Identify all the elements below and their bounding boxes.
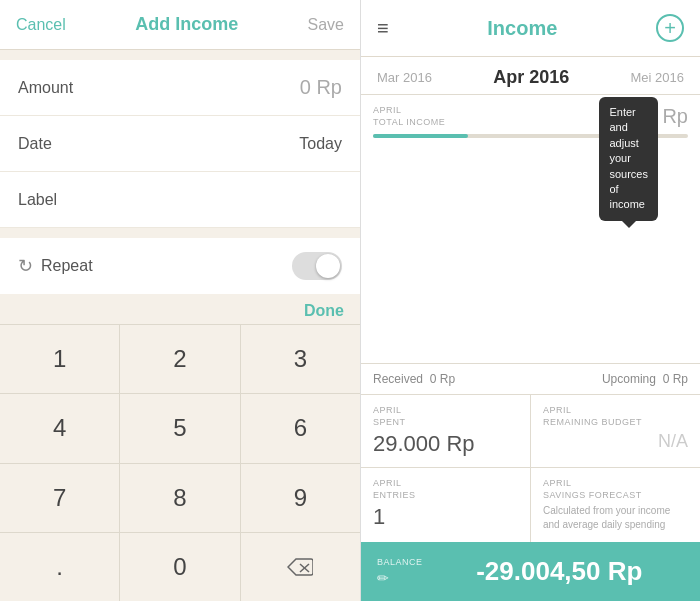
spent-sublabel: Spent bbox=[373, 417, 518, 427]
repeat-toggle[interactable] bbox=[292, 252, 342, 280]
received-value: 0 Rp bbox=[430, 372, 455, 386]
label-label: Label bbox=[18, 191, 57, 209]
save-button[interactable]: Save bbox=[308, 16, 344, 34]
key-7[interactable]: 7 bbox=[0, 464, 119, 532]
entries-sublabel: Entries bbox=[373, 490, 518, 500]
date-row[interactable]: Date Today bbox=[0, 116, 360, 172]
left-header: Cancel Add Income Save bbox=[0, 0, 360, 50]
current-month: Apr 2016 bbox=[493, 67, 569, 88]
received-label: Received 0 Rp bbox=[373, 372, 455, 386]
balance-value: -29.004,50 Rp bbox=[435, 556, 684, 587]
repeat-icon: ↻ bbox=[18, 255, 33, 277]
keyboard-section: Done 1 2 3 4 5 6 7 8 9 . 0 bbox=[0, 294, 360, 601]
key-4[interactable]: 4 bbox=[0, 394, 119, 462]
right-header: ≡ Income + bbox=[361, 0, 700, 57]
key-delete[interactable] bbox=[241, 533, 360, 601]
numpad: 1 2 3 4 5 6 7 8 9 . 0 bbox=[0, 324, 360, 601]
savings-sublabel: Savings Forecast bbox=[543, 490, 688, 500]
key-1[interactable]: 1 bbox=[0, 325, 119, 393]
income-progress-fill bbox=[373, 134, 468, 138]
prev-month[interactable]: Mar 2016 bbox=[377, 70, 432, 85]
entries-value: 1 bbox=[373, 504, 518, 530]
right-panel: ≡ Income + Mar 2016 Apr 2016 Mei 2016 AP… bbox=[360, 0, 700, 601]
amount-value: 0 Rp bbox=[300, 76, 342, 99]
delete-icon bbox=[287, 557, 313, 577]
key-3[interactable]: 3 bbox=[241, 325, 360, 393]
left-panel: Cancel Add Income Save Amount 0 Rp Date … bbox=[0, 0, 360, 601]
repeat-row: ↻ Repeat bbox=[0, 238, 360, 294]
hamburger-icon[interactable]: ≡ bbox=[377, 17, 389, 40]
key-dot[interactable]: . bbox=[0, 533, 119, 601]
remaining-sublabel: Remaining Budget bbox=[543, 417, 688, 427]
tooltip-arrow bbox=[622, 221, 636, 228]
spent-label: APRIL bbox=[373, 405, 518, 415]
key-6[interactable]: 6 bbox=[241, 394, 360, 462]
entries-card: APRIL Entries 1 bbox=[361, 468, 530, 542]
total-income-card: APRIL Total Income Enter and adjust your… bbox=[361, 95, 700, 363]
tooltip-container: Enter and adjust your sources of income bbox=[599, 97, 658, 228]
income-title: Income bbox=[487, 17, 557, 40]
edit-icon[interactable]: ✏ bbox=[377, 570, 389, 586]
amount-label: Amount bbox=[18, 79, 73, 97]
form-section: Amount 0 Rp Date Today Label bbox=[0, 60, 360, 228]
key-5[interactable]: 5 bbox=[120, 394, 239, 462]
key-9[interactable]: 9 bbox=[241, 464, 360, 532]
tooltip-text: Enter and adjust your sources of income bbox=[599, 97, 658, 221]
balance-label: BALANCE bbox=[377, 557, 423, 567]
balance-bar: BALANCE ✏ -29.004,50 Rp bbox=[361, 542, 700, 601]
spent-remaining-row: APRIL Spent 29.000 Rp APRIL Remaining Bu… bbox=[361, 395, 700, 467]
savings-card: APRIL Savings Forecast Calculated from y… bbox=[531, 468, 700, 542]
done-row: Done bbox=[0, 294, 360, 324]
upcoming-label: Upcoming 0 Rp bbox=[602, 372, 688, 386]
label-row[interactable]: Label bbox=[0, 172, 360, 228]
toggle-thumb bbox=[316, 254, 340, 278]
remaining-card: APRIL Remaining Budget N/A bbox=[531, 395, 700, 467]
savings-desc: Calculated from your income and average … bbox=[543, 504, 688, 532]
savings-label: APRIL bbox=[543, 478, 688, 488]
total-income-sublabel: Total Income bbox=[373, 117, 445, 127]
cards-area: APRIL Total Income Enter and adjust your… bbox=[361, 94, 700, 542]
done-button[interactable]: Done bbox=[304, 302, 344, 320]
add-income-button[interactable]: + bbox=[656, 14, 684, 42]
add-income-title: Add Income bbox=[135, 14, 238, 35]
entries-savings-row: APRIL Entries 1 APRIL Savings Forecast C… bbox=[361, 468, 700, 542]
key-0[interactable]: 0 bbox=[120, 533, 239, 601]
spent-card: APRIL Spent 29.000 Rp bbox=[361, 395, 530, 467]
cancel-button[interactable]: Cancel bbox=[16, 16, 66, 34]
amount-row[interactable]: Amount 0 Rp bbox=[0, 60, 360, 116]
entries-label: APRIL bbox=[373, 478, 518, 488]
total-income-label: APRIL bbox=[373, 105, 445, 115]
repeat-label: ↻ Repeat bbox=[18, 255, 93, 277]
upcoming-value: 0 Rp bbox=[663, 372, 688, 386]
balance-left: BALANCE ✏ bbox=[377, 557, 423, 587]
remaining-value: N/A bbox=[543, 431, 688, 452]
month-nav: Mar 2016 Apr 2016 Mei 2016 bbox=[361, 57, 700, 94]
key-8[interactable]: 8 bbox=[120, 464, 239, 532]
spent-value: 29.000 Rp bbox=[373, 431, 518, 457]
received-upcoming-row: Received 0 Rp Upcoming 0 Rp bbox=[361, 364, 700, 394]
next-month[interactable]: Mei 2016 bbox=[631, 70, 684, 85]
key-2[interactable]: 2 bbox=[120, 325, 239, 393]
repeat-text: Repeat bbox=[41, 257, 93, 275]
date-label: Date bbox=[18, 135, 52, 153]
date-value: Today bbox=[299, 135, 342, 153]
remaining-label: APRIL bbox=[543, 405, 688, 415]
